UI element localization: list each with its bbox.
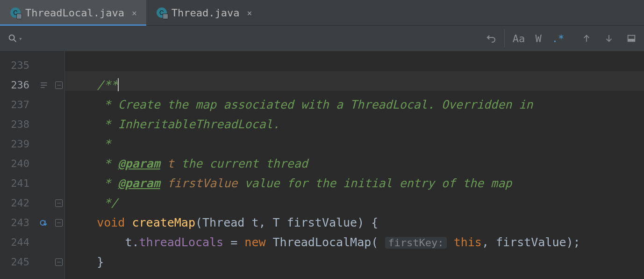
line-number: 239 (0, 134, 35, 154)
code-token: * (97, 117, 118, 131)
code-token: void (97, 216, 125, 229)
code-token: Create the map associated with a ThreadL… (118, 98, 533, 111)
regex-toggle[interactable]: .* (549, 29, 567, 47)
line-number-gutter: 235 236 237 238 239 240 241 242 243 244 … (0, 51, 35, 279)
code-token: createMap (132, 216, 195, 229)
code-token: new (244, 235, 265, 249)
line-number: 235 (0, 56, 35, 75)
code-token: threadLocals (139, 235, 224, 249)
code-token: * (97, 157, 118, 170)
line-number: 237 (0, 95, 35, 115)
whole-words-toggle[interactable]: W (529, 29, 548, 47)
line-number: 240 (0, 154, 35, 174)
find-bar: ▾ Aa W .* (0, 26, 644, 51)
tab-bar: ThreadLocal.java × Thread.java × (0, 0, 644, 26)
code-token: * (97, 98, 118, 111)
undo-arrow-icon (486, 33, 497, 44)
line-number: 236 (0, 75, 35, 95)
arrow-down-icon (604, 33, 614, 44)
code-token: , firstValue); (482, 235, 580, 249)
fold-toggle[interactable] (55, 199, 63, 207)
code-token (125, 216, 132, 229)
parameter-hint: firstKey: (385, 237, 446, 249)
code-token: this (454, 235, 482, 249)
fold-toggle[interactable] (55, 219, 63, 227)
code-editor[interactable]: 235 236 237 238 239 240 241 242 243 244 … (0, 51, 644, 279)
selection-icon (626, 33, 637, 44)
close-icon[interactable]: × (244, 8, 252, 18)
fold-toggle[interactable] (55, 81, 63, 89)
tab-label: ThreadLocal.java (25, 7, 124, 19)
line-number: 243 (0, 213, 35, 233)
code-token: * (97, 176, 118, 190)
fold-gutter (53, 51, 65, 279)
line-number: 245 (0, 252, 35, 272)
java-class-icon (157, 7, 167, 18)
arrow-up-icon (581, 33, 592, 44)
code-token: */ (97, 196, 118, 210)
tab-threadlocal-java[interactable]: ThreadLocal.java × (0, 0, 146, 25)
chevron-down-icon: ▾ (19, 35, 22, 42)
find-prev-button[interactable] (579, 30, 594, 46)
gutter-marks (35, 51, 53, 279)
close-icon[interactable]: × (129, 8, 137, 18)
line-number: 242 (0, 193, 35, 213)
code-token (447, 235, 454, 249)
code-token: value for the initial entry of the map (244, 176, 512, 190)
code-token: t (160, 157, 181, 170)
find-next-button[interactable] (601, 30, 617, 46)
code-token: /** (97, 78, 118, 92)
code-token: @param (118, 176, 160, 190)
code-token: @param (118, 157, 160, 170)
code-token (97, 235, 125, 249)
code-token: } (97, 255, 104, 269)
soft-wrap-icon (35, 75, 53, 95)
code-token: ThreadLocalMap( (273, 235, 386, 249)
line-number: 244 (0, 233, 35, 252)
svg-line-1 (14, 40, 16, 42)
code-token (265, 235, 272, 249)
svg-rect-5 (628, 39, 635, 42)
find-options: Aa W .* (504, 29, 570, 47)
code-token: firstValue (160, 176, 245, 190)
code-text-area[interactable]: /** * Create the map associated with a T… (65, 51, 644, 279)
override-marker-icon[interactable] (35, 213, 53, 233)
line-number: 241 (0, 174, 35, 193)
java-class-icon (10, 7, 21, 18)
caret (118, 78, 119, 91)
code-token: (Thread t, T firstValue) { (195, 216, 378, 229)
match-case-toggle[interactable]: Aa (509, 29, 528, 47)
tab-thread-java[interactable]: Thread.java × (146, 0, 262, 25)
code-token: t. (125, 235, 139, 249)
svg-point-0 (9, 35, 14, 40)
tab-label: Thread.java (172, 7, 240, 19)
code-token: the current thread (181, 157, 308, 170)
line-number: 238 (0, 115, 35, 134)
find-nav (570, 30, 639, 46)
history-back-button[interactable] (482, 29, 501, 47)
code-token: * (97, 137, 111, 151)
code-token: InheritableThreadLocal. (118, 117, 279, 131)
find-in-selection-button[interactable] (623, 30, 639, 46)
fold-toggle[interactable] (55, 258, 63, 266)
search-icon (7, 33, 18, 44)
code-token: = (223, 235, 244, 249)
search-dropdown-button[interactable]: ▾ (4, 31, 26, 45)
